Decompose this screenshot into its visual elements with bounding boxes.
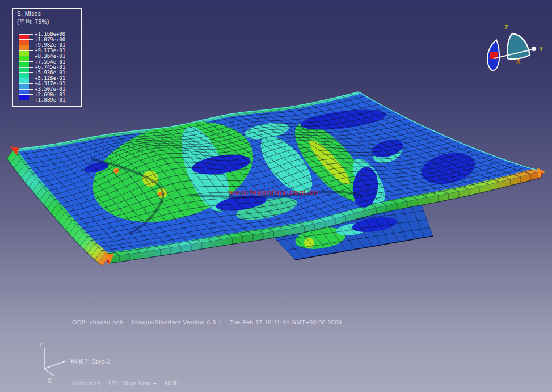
compass-label-y: Y [539, 45, 543, 52]
fea-model-mesh [7, 92, 545, 266]
legend-tick [19, 72, 33, 73]
legend-value: +1.079e+00 [35, 37, 65, 43]
legend-tick [19, 100, 33, 100]
legend-value: +9.982e-01 [35, 42, 65, 48]
legend-tick [19, 56, 33, 56]
legend-tick [19, 89, 33, 90]
contour-legend: S, Mises (平均: 75%) +1.160e+00+1.079e+00+… [12, 8, 82, 107]
legend-tick [19, 67, 33, 68]
triad-label-x: X [48, 378, 52, 384]
legend-value: +6.745e-01 [35, 64, 65, 70]
legend-value: +2.698e-01 [35, 92, 65, 98]
triad-label-z: Z [39, 342, 43, 348]
odb-status-line: ODB: chaosu.odb Abaqus/Standard Version … [72, 319, 342, 326]
legend-value: +4.317e-01 [35, 81, 65, 86]
legend-value: +5.126e-01 [35, 75, 65, 81]
legend-tick [19, 34, 33, 35]
legend-value: +1.160e+00 [35, 31, 65, 37]
corner-stress-dot [107, 260, 110, 263]
legend-tick [19, 61, 33, 62]
legend-tick [19, 83, 33, 84]
corner-stress-dot [541, 172, 543, 175]
compass-y-knob [532, 47, 536, 51]
watermark-text: www.feaonline.com.cn [227, 188, 319, 196]
legend-tick [19, 39, 33, 40]
triad-x-axis [44, 369, 54, 376]
legend-tick [19, 50, 33, 51]
legend-value: +1.889e-01 [35, 97, 65, 103]
compass-label-x: X [516, 58, 521, 65]
compass-fan-large [507, 33, 530, 59]
legend-value: +5.936e-01 [35, 70, 65, 75]
legend-title: S, Mises [17, 11, 41, 17]
compass-label-z: Z [504, 24, 508, 31]
legend-value: +8.364e-01 [35, 53, 65, 59]
contour-blob [113, 168, 119, 174]
viewport-3d[interactable]: www.feaonline.com.cn Z Y X Z Y X [0, 0, 552, 392]
state-line-increment: Increment 121: Step Time = 6000. [72, 380, 180, 387]
state-line-step: 分析?: Step-2 [72, 358, 180, 365]
legend-value: +7.554e-01 [35, 59, 65, 65]
legend-subtitle: (平均: 75%) [17, 18, 49, 26]
axis-triad: Z Y X [39, 342, 74, 384]
legend-tick [19, 45, 33, 45]
legend-value: +3.507e-01 [35, 86, 65, 92]
legend-tick [19, 94, 33, 95]
view-compass[interactable]: Z Y X [487, 24, 543, 71]
triad-y-axis [44, 361, 66, 369]
legend-value: +9.173e-01 [35, 48, 65, 53]
frame-state-block: 分析?: Step-2 Increment 121: Step Time = 6… [72, 344, 180, 392]
legend-tick [19, 78, 33, 78]
